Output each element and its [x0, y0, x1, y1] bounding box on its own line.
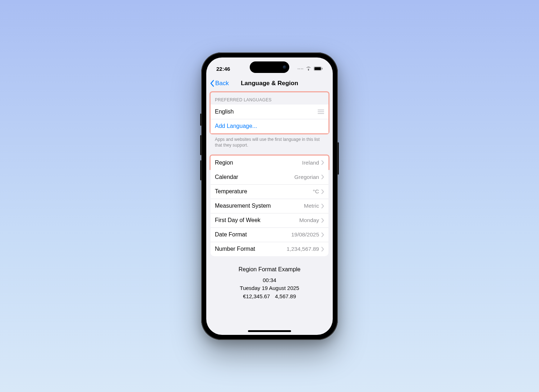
languages-group: English Add Language... — [211, 105, 328, 133]
setting-value: Monday — [299, 217, 319, 223]
setting-label: Date Format — [215, 231, 291, 238]
silence-switch — [200, 114, 202, 126]
chevron-right-icon — [321, 232, 324, 237]
languages-section-footer: Apps and websites will use the first lan… — [211, 134, 328, 148]
chevron-right-icon — [321, 218, 324, 223]
setting-value: Gregorian — [294, 174, 319, 180]
chevron-right-icon — [321, 175, 324, 179]
add-language-button[interactable]: Add Language... — [211, 119, 328, 133]
setting-label: First Day of Week — [215, 217, 299, 223]
chevron-right-icon — [321, 204, 324, 208]
phone-frame: 22:46 Back Language & Region — [201, 52, 338, 340]
nav-bar: Back Language & Region — [206, 75, 333, 91]
back-button[interactable]: Back — [210, 80, 229, 87]
chevron-right-icon — [321, 247, 324, 252]
language-name: English — [215, 109, 318, 115]
setting-row-calendar[interactable]: Calendar Gregorian — [211, 170, 328, 184]
power-button — [337, 142, 339, 175]
settings-group-wrapper: Region Ireland Calendar Gregorian Temper… — [211, 155, 328, 256]
reorder-handle-icon[interactable] — [318, 110, 324, 114]
front-camera — [283, 65, 286, 69]
region-highlight-box: Region Ireland — [209, 155, 330, 170]
setting-value: Metric — [304, 203, 319, 209]
add-language-label: Add Language... — [215, 123, 324, 129]
battery-icon — [314, 66, 323, 71]
example-time: 00:34 — [211, 276, 328, 285]
setting-row-first-day[interactable]: First Day of Week Monday — [211, 213, 328, 227]
chevron-right-icon — [321, 160, 324, 165]
home-indicator[interactable] — [248, 330, 291, 332]
setting-label: Temperature — [215, 188, 313, 195]
svg-rect-2 — [322, 68, 323, 70]
setting-value: 19/08/2025 — [291, 231, 319, 238]
setting-row-date-format[interactable]: Date Format 19/08/2025 — [211, 227, 328, 242]
setting-value: 1,234,567.89 — [286, 246, 319, 252]
setting-row-temperature[interactable]: Temperature °C — [211, 184, 328, 199]
settings-group: Calendar Gregorian Temperature °C Measur… — [211, 170, 328, 256]
setting-value: °C — [313, 188, 319, 195]
volume-down-button — [200, 160, 202, 180]
setting-row-number-format[interactable]: Number Format 1,234,567.89 — [211, 242, 328, 256]
example-amounts: €12,345.674,567.89 — [211, 292, 328, 301]
phone-screen: 22:46 Back Language & Region — [206, 57, 333, 335]
example-date: Tuesday 19 August 2025 — [211, 284, 328, 292]
dynamic-island — [250, 61, 289, 73]
setting-row-region[interactable]: Region Ireland — [211, 156, 328, 170]
languages-highlight-box: PREFERRED LANGUAGES English Add Language… — [209, 91, 330, 134]
setting-label: Number Format — [215, 246, 286, 252]
wifi-icon — [305, 66, 312, 71]
status-time: 22:46 — [216, 66, 230, 72]
example-currency: €12,345.67 — [243, 293, 270, 299]
region-format-example: Region Format Example 00:34 Tuesday 19 A… — [211, 266, 328, 301]
setting-label: Region — [215, 160, 302, 166]
volume-up-button — [200, 135, 202, 155]
chevron-left-icon — [210, 80, 214, 87]
cellular-dots-icon — [298, 68, 304, 69]
setting-value: Ireland — [302, 160, 319, 166]
setting-label: Measurement System — [215, 203, 304, 209]
back-label: Back — [215, 80, 229, 87]
setting-row-measurement[interactable]: Measurement System Metric — [211, 199, 328, 213]
language-row-english[interactable]: English — [211, 105, 328, 119]
example-number: 4,567.89 — [275, 293, 296, 299]
setting-label: Calendar — [215, 174, 294, 180]
example-title: Region Format Example — [211, 266, 328, 273]
languages-section-header: PREFERRED LANGUAGES — [211, 92, 328, 105]
svg-rect-1 — [314, 67, 321, 70]
chevron-right-icon — [321, 189, 324, 194]
